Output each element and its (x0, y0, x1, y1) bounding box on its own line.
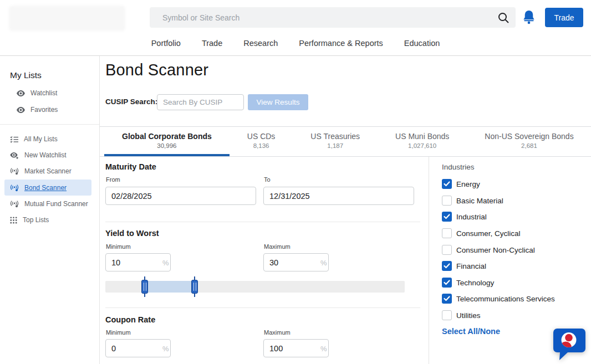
check-icon (444, 296, 450, 301)
coupon-min-label: Minimum (106, 329, 131, 336)
maturity-from-input[interactable] (105, 187, 256, 205)
industry-label: Technology (456, 279, 494, 287)
chat-assistant-button[interactable] (553, 328, 586, 361)
checkbox[interactable] (442, 212, 452, 222)
percent-suffix: % (162, 259, 169, 267)
sidebar-item-label: Favorites (30, 106, 58, 114)
search-icon[interactable] (497, 11, 510, 24)
sidebar-title: My Lists (10, 70, 42, 80)
check-icon (444, 280, 450, 285)
grid-icon (10, 217, 17, 224)
industry-option-energy[interactable]: Energy (442, 178, 480, 189)
industry-label: Basic Material (456, 197, 503, 205)
cusip-search-label: CUSIP Search: (105, 98, 157, 106)
select-all-none-link[interactable]: Select All/None (442, 327, 500, 336)
top-bar: Trade Portfolio Trade Research Performan… (0, 0, 591, 56)
sidebar-item-label: All My Lists (24, 135, 58, 143)
checkbox[interactable] (442, 261, 452, 271)
checkbox[interactable] (442, 310, 452, 320)
check-icon (444, 214, 450, 219)
nav-item-performance-reports[interactable]: Performance & Reports (299, 39, 383, 48)
yield-min-input[interactable] (105, 253, 171, 271)
sidebar-item-mutual-fund-scanner[interactable]: Mutual Fund Scanner (10, 198, 88, 210)
nav-item-portfolio[interactable]: Portfolio (151, 39, 181, 48)
sidebar-item-bond-scanner[interactable]: Bond Scanner (10, 182, 67, 194)
industry-option-basic-material[interactable]: Basic Material (442, 195, 503, 206)
tab-count: 1,187 (327, 142, 343, 149)
slider-handle-max[interactable] (191, 276, 198, 297)
tab-count: 8,136 (253, 142, 269, 149)
checkbox[interactable] (442, 278, 452, 288)
industry-option-industrial[interactable]: Industrial (442, 211, 487, 222)
tab-us-muni-bonds[interactable]: US Muni Bonds 1,027,610 (378, 127, 467, 156)
bond-category-tabs: Global Corporate Bonds 30,996 US CDs 8,1… (100, 126, 591, 157)
industry-label: Industrial (456, 213, 487, 221)
sidebar-item-label: Market Scanner (24, 167, 72, 175)
tab-count: 2,681 (521, 142, 537, 149)
sidebar-item-label: New Watchlist (24, 151, 67, 159)
tab-us-cds[interactable]: US CDs 8,136 (230, 127, 293, 156)
tab-label: US Treasuries (310, 132, 360, 141)
cusip-search-input[interactable] (157, 94, 244, 110)
sidebar-item-label: Top Lists (23, 216, 49, 224)
scanner-icon (10, 167, 19, 175)
industry-option-consumer-cyclical[interactable]: Consumer, Cyclical (442, 228, 521, 239)
nav-item-education[interactable]: Education (404, 39, 440, 48)
tab-count: 30,996 (157, 142, 176, 149)
industry-label: Energy (456, 180, 480, 188)
maturity-from-label: From (106, 176, 120, 183)
slider-handle-min[interactable] (141, 276, 148, 297)
slider-selected-range (141, 281, 198, 293)
main-nav: Portfolio Trade Research Performance & R… (0, 39, 591, 48)
sidebar-item-all-my-lists[interactable]: All My Lists (10, 133, 58, 145)
tab-label: Non-US Sovereign Bonds (485, 132, 573, 141)
industry-label: Consumer Non-Cyclical (456, 246, 535, 254)
percent-suffix: % (320, 259, 327, 267)
industry-option-utilities[interactable]: Utilities (442, 310, 481, 321)
tab-count: 1,027,610 (408, 142, 436, 149)
coupon-rate-title: Coupon Rate (105, 315, 155, 324)
industry-option-consumer-non-cyclical[interactable]: Consumer Non-Cyclical (442, 244, 535, 255)
nav-item-trade[interactable]: Trade (202, 39, 222, 48)
checkbox[interactable] (442, 179, 452, 189)
sidebar-divider (0, 124, 99, 125)
sidebar-item-top-lists[interactable]: Top Lists (10, 214, 49, 226)
coupon-max-input[interactable] (263, 339, 329, 357)
bond-scanner-page: Trade Portfolio Trade Research Performan… (0, 0, 591, 364)
maturity-date-title: Maturity Date (105, 162, 156, 171)
sidebar: My Lists Watchlist Favorites All My Li (0, 56, 100, 364)
eye-icon (17, 107, 25, 113)
tab-us-treasuries[interactable]: US Treasuries 1,187 (293, 127, 378, 156)
yield-max-input[interactable] (263, 253, 329, 271)
brand-logo[interactable] (9, 6, 125, 31)
industry-option-telecommunications-services[interactable]: Telecommunications Services (442, 293, 555, 304)
trade-button[interactable]: Trade (545, 8, 583, 27)
panel-divider (429, 157, 429, 364)
industries-title: Industries (442, 163, 475, 171)
industry-option-technology[interactable]: Technology (442, 277, 494, 288)
checklist-icon (10, 136, 18, 143)
sidebar-item-watchlist[interactable]: Watchlist (17, 87, 57, 99)
view-results-button[interactable]: View Results (248, 94, 308, 110)
tab-label: Global Corporate Bonds (122, 132, 212, 141)
sidebar-item-market-scanner[interactable]: Market Scanner (10, 165, 72, 177)
scanner-icon (10, 184, 19, 192)
tab-global-corporate-bonds[interactable]: Global Corporate Bonds 30,996 (104, 127, 230, 156)
industry-option-financial[interactable]: Financial (442, 260, 486, 271)
tab-non-us-sovereign-bonds[interactable]: Non-US Sovereign Bonds 2,681 (467, 127, 591, 156)
coupon-min-input[interactable] (105, 339, 171, 357)
sidebar-item-new-watchlist[interactable]: New Watchlist (10, 149, 67, 161)
checkbox[interactable] (442, 228, 452, 238)
checkbox[interactable] (442, 245, 452, 255)
maturity-to-input[interactable] (263, 187, 414, 205)
tab-label: US CDs (247, 132, 276, 141)
site-search-input[interactable] (150, 7, 516, 28)
nav-item-research[interactable]: Research (243, 39, 278, 48)
coupon-max-label: Maximum (264, 329, 291, 336)
checkbox[interactable] (442, 294, 452, 304)
sidebar-item-favorites[interactable]: Favorites (17, 104, 58, 116)
checkbox[interactable] (442, 196, 452, 206)
maturity-to-label: To (264, 176, 271, 183)
yield-range-slider[interactable] (105, 281, 405, 293)
notifications-bell-icon[interactable] (521, 9, 537, 25)
